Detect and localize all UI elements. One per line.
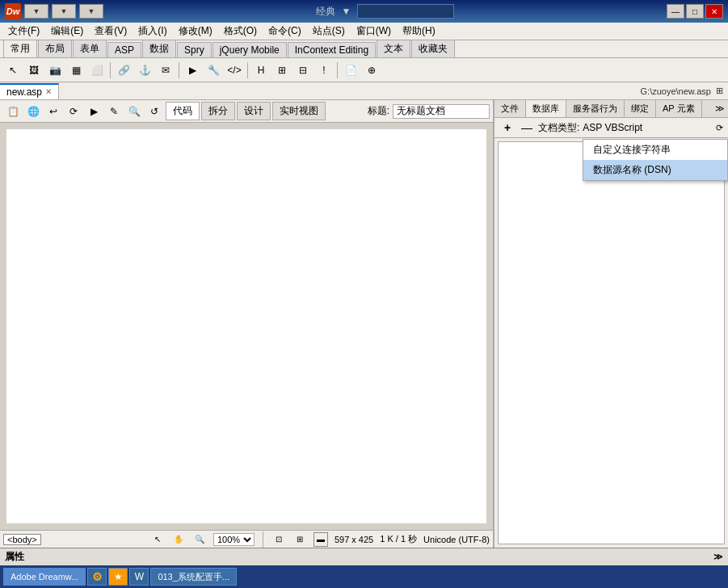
menu-insert[interactable]: 插入(I) [133, 23, 171, 40]
db-doctype-row: + — 文档类型: ASP VBScript ⟳ 自定义连接字符串 数据源名称 … [494, 118, 728, 138]
toolbar-icon-media[interactable]: 📷 [45, 61, 65, 80]
taskbar-icon-3[interactable]: W [129, 568, 149, 586]
taskbar-icon-1[interactable]: ⚙ [87, 568, 107, 586]
menu-modify[interactable]: 修改(M) [174, 23, 217, 40]
maximize-button[interactable]: □ [686, 4, 704, 19]
file-tab-bar: new.asp ✕ G:\zuoye\new.asp ⊞ [0, 82, 728, 100]
taskbar: Adobe Dreamw... ⚙ ★ W 013_系统配置手... [0, 565, 728, 588]
app-btn3[interactable]: ▼ [79, 4, 103, 19]
toolbar-icon-email[interactable]: ✉ [156, 61, 175, 80]
status-zoom-select[interactable]: 100% [213, 533, 255, 546]
prop-expand-icon[interactable]: ≫ [713, 552, 723, 562]
panel-refresh-icon[interactable]: ⟳ [716, 123, 723, 133]
toolbar-icon-link[interactable]: 🔗 [114, 61, 133, 80]
preset-dropdown-icon[interactable]: ▼ [342, 6, 351, 17]
taskbar-icon-2[interactable]: ★ [108, 568, 128, 586]
status-encoding: Unicode (UTF-8) [423, 535, 490, 544]
panel-tab-bind[interactable]: 绑定 [625, 100, 656, 117]
view-btn-icons-8[interactable]: ↺ [145, 102, 164, 121]
file-expand-icon[interactable]: ⊞ [716, 86, 723, 96]
toolbar-icon-misc[interactable]: ⊕ [362, 61, 381, 80]
panel-expand-icon[interactable]: ≫ [715, 103, 725, 114]
toolbar-sep-3 [247, 62, 248, 78]
close-button[interactable]: ✕ [705, 4, 723, 19]
doctype-value: ASP VBScript [583, 122, 642, 133]
toolbar-icon-table[interactable]: ▦ [66, 61, 86, 80]
taskbar-word[interactable]: 013_系统配置手... [150, 568, 237, 586]
status-layout2[interactable]: ⊞ [292, 532, 307, 547]
view-design-btn[interactable]: 设计 [237, 102, 271, 120]
view-btn-icons-6[interactable]: ✎ [104, 102, 124, 121]
toolbar-icon-cursor[interactable]: ↖ [3, 61, 23, 80]
search-input[interactable] [357, 4, 454, 19]
toolbar-icon-tag1[interactable]: ⊞ [272, 61, 292, 80]
db-add-btn[interactable]: + [499, 120, 515, 136]
minimize-button[interactable]: — [667, 4, 684, 19]
panel-tab-server[interactable]: 服务器行为 [566, 100, 625, 117]
tab-asp[interactable]: ASP [107, 42, 141, 57]
status-layout1[interactable]: ⊡ [271, 532, 286, 547]
status-hand-icon[interactable]: ✋ [171, 532, 186, 547]
tab-data[interactable]: 数据 [142, 40, 176, 57]
file-tab-close[interactable]: ✕ [45, 87, 52, 96]
tab-spry[interactable]: Spry [177, 42, 212, 57]
file-tab-new-asp[interactable]: new.asp ✕ [0, 83, 59, 99]
app-btn2[interactable]: ▼ [52, 4, 76, 19]
status-sep-1 [263, 531, 263, 548]
toolbar-icon-anchor[interactable]: ⚓ [135, 61, 154, 80]
view-toolbar-icons: 📋 🌐 ↩ ⟳ ▶ ✎ 🔍 ↺ [3, 102, 164, 121]
toolbar-icon-tag2[interactable]: ⊟ [293, 61, 313, 80]
panel-tab-database[interactable]: 数据库 [526, 100, 566, 117]
toolbar-icon-comment[interactable]: ! [314, 61, 334, 80]
file-path: G:\zuoye\new.asp ⊞ [59, 86, 728, 96]
menu-site[interactable]: 站点(S) [308, 23, 350, 40]
menu-format[interactable]: 格式(O) [219, 23, 262, 40]
view-live-btn[interactable]: 实时视图 [272, 102, 326, 120]
toolbar-icon-widget[interactable]: 🔧 [204, 61, 223, 80]
tab-favorites[interactable]: 收藏夹 [411, 40, 455, 57]
status-tag[interactable]: <body> [3, 534, 41, 545]
dropdown-dsn[interactable]: 数据源名称 (DSN) [583, 160, 727, 180]
status-layout3[interactable]: ▬ [314, 532, 328, 547]
taskbar-dreamweaver[interactable]: Adobe Dreamw... [3, 568, 86, 586]
status-zoom-icon[interactable]: 🔍 [192, 532, 207, 547]
canvas-area[interactable] [0, 123, 493, 530]
menu-window[interactable]: 窗口(W) [351, 23, 396, 40]
dropdown-custom-connection[interactable]: 自定义连接字符串 [583, 140, 727, 160]
content-wrapper: new.asp ✕ G:\zuoye\new.asp ⊞ 📋 🌐 ↩ ⟳ ▶ ✎… [0, 82, 728, 548]
view-code-btn[interactable]: 代码 [166, 102, 200, 120]
view-btn-icons-7[interactable]: 🔍 [124, 102, 144, 121]
view-btn-icons-4[interactable]: ⟳ [64, 102, 83, 121]
menu-view[interactable]: 查看(V) [90, 23, 132, 40]
title-label: 标题: [368, 104, 389, 118]
menu-command[interactable]: 命令(C) [263, 23, 306, 40]
view-btn-icons-1[interactable]: 📋 [3, 102, 23, 121]
tab-form[interactable]: 表单 [73, 40, 107, 57]
panel-tab-files[interactable]: 文件 [494, 100, 526, 117]
view-split-btn[interactable]: 拆分 [201, 102, 235, 120]
toolbar-icon-image[interactable]: 🖼 [24, 61, 44, 80]
menu-edit[interactable]: 编辑(E) [46, 23, 88, 40]
view-btn-icons-2[interactable]: 🌐 [23, 102, 43, 121]
menu-help[interactable]: 帮助(H) [398, 23, 440, 40]
title-input[interactable] [393, 104, 490, 119]
status-bar: <body> ↖ ✋ 🔍 100% ⊡ ⊞ ▬ 597 x 425 1 K / … [0, 530, 493, 548]
tab-layout[interactable]: 布局 [38, 40, 72, 57]
view-btn-icons-5[interactable]: ▶ [84, 102, 103, 121]
tab-incontext[interactable]: InContext Editing [288, 42, 376, 57]
toolbar-icon-flash[interactable]: ▶ [183, 61, 202, 80]
tab-jquery-mobile[interactable]: jQuery Mobile [213, 42, 287, 57]
tab-common[interactable]: 常用 [3, 40, 37, 57]
toolbar-icon-div[interactable]: ⬜ [87, 61, 107, 80]
status-select-icon[interactable]: ↖ [150, 532, 165, 547]
db-remove-btn[interactable]: — [519, 120, 535, 136]
app-menu-btn[interactable]: ▼ [24, 4, 48, 19]
panel-tab-ap[interactable]: AP 元素 [656, 100, 702, 117]
view-btn-icons-3[interactable]: ↩ [44, 102, 63, 121]
tab-text[interactable]: 文本 [377, 40, 410, 57]
toolbar-icon-script[interactable]: </> [225, 61, 244, 80]
toolbar-icon-template[interactable]: 📄 [341, 61, 360, 80]
toolbar-icon-head[interactable]: H [251, 61, 271, 80]
menu-file[interactable]: 文件(F) [3, 23, 44, 40]
properties-title: 属性 [5, 550, 24, 564]
